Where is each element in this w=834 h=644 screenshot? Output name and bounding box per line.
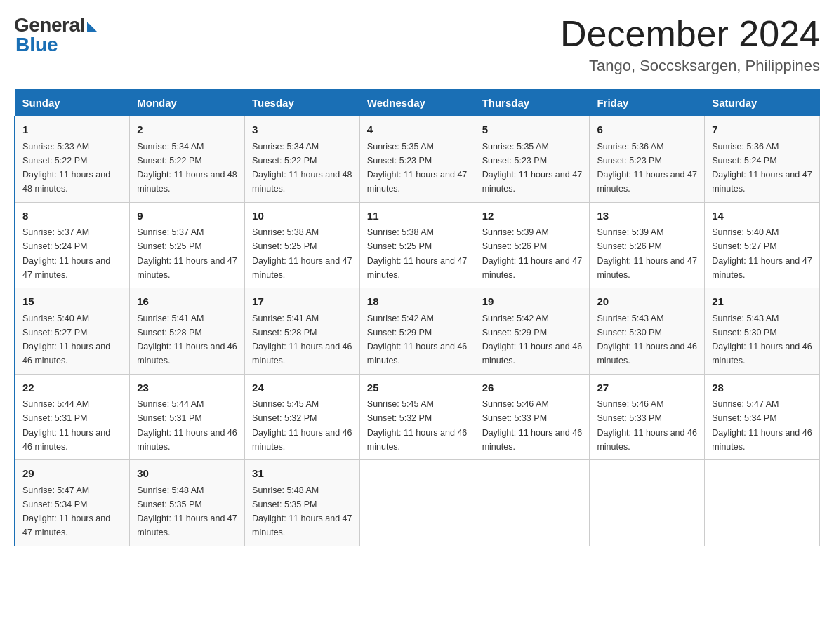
table-row: 18 Sunrise: 5:42 AMSunset: 5:29 PMDaylig… [359,288,475,375]
table-row: 3 Sunrise: 5:34 AMSunset: 5:22 PMDayligh… [245,116,360,203]
day-info: Sunrise: 5:41 AMSunset: 5:28 PMDaylight:… [137,314,237,366]
day-info: Sunrise: 5:39 AMSunset: 5:26 PMDaylight:… [482,227,582,280]
day-number: 27 [597,380,697,396]
day-info: Sunrise: 5:43 AMSunset: 5:30 PMDaylight:… [597,314,696,366]
table-row: 25 Sunrise: 5:45 AMSunset: 5:32 PMDaylig… [359,374,475,460]
header-row: Sunday Monday Tuesday Wednesday Thursday… [15,90,820,116]
day-info: Sunrise: 5:33 AMSunset: 5:22 PMDaylight:… [22,142,110,194]
calendar-row: 15 Sunrise: 5:40 AMSunset: 5:27 PMDaylig… [15,288,820,375]
table-row: 4 Sunrise: 5:35 AMSunset: 5:23 PMDayligh… [359,116,475,203]
table-row: 1 Sunrise: 5:33 AMSunset: 5:22 PMDayligh… [15,116,130,203]
table-row: 24 Sunrise: 5:45 AMSunset: 5:32 PMDaylig… [245,374,360,460]
logo: General Blue [14,14,97,56]
calendar-body: 1 Sunrise: 5:33 AMSunset: 5:22 PMDayligh… [15,116,820,546]
day-info: Sunrise: 5:40 AMSunset: 5:27 PMDaylight:… [22,314,110,366]
day-number: 24 [252,380,352,396]
day-number: 11 [367,208,468,224]
day-number: 26 [482,380,583,396]
day-info: Sunrise: 5:47 AMSunset: 5:34 PMDaylight:… [22,485,110,538]
table-row: 14 Sunrise: 5:40 AMSunset: 5:27 PMDaylig… [705,202,820,288]
day-info: Sunrise: 5:38 AMSunset: 5:25 PMDaylight:… [367,227,467,280]
table-row: 31 Sunrise: 5:48 AMSunset: 5:35 PMDaylig… [245,460,360,546]
table-row: 29 Sunrise: 5:47 AMSunset: 5:34 PMDaylig… [15,460,130,546]
col-thursday: Thursday [475,90,590,116]
day-number: 20 [597,294,697,310]
day-number: 4 [367,122,468,138]
day-info: Sunrise: 5:48 AMSunset: 5:35 PMDaylight:… [252,485,352,538]
table-row: 21 Sunrise: 5:43 AMSunset: 5:30 PMDaylig… [705,288,820,375]
table-row: 23 Sunrise: 5:44 AMSunset: 5:31 PMDaylig… [130,374,245,460]
day-number: 31 [252,466,352,482]
col-sunday: Sunday [15,90,130,116]
day-info: Sunrise: 5:35 AMSunset: 5:23 PMDaylight:… [367,142,467,194]
day-info: Sunrise: 5:34 AMSunset: 5:22 PMDaylight:… [137,142,237,194]
table-row: 28 Sunrise: 5:47 AMSunset: 5:34 PMDaylig… [705,374,820,460]
day-number: 2 [137,122,237,138]
table-row: 10 Sunrise: 5:38 AMSunset: 5:25 PMDaylig… [245,202,360,288]
col-friday: Friday [590,90,705,116]
table-row: 7 Sunrise: 5:36 AMSunset: 5:24 PMDayligh… [705,116,820,203]
day-info: Sunrise: 5:39 AMSunset: 5:26 PMDaylight:… [597,227,696,280]
table-row: 2 Sunrise: 5:34 AMSunset: 5:22 PMDayligh… [130,116,245,203]
day-info: Sunrise: 5:43 AMSunset: 5:30 PMDaylight:… [712,314,812,366]
table-row: 12 Sunrise: 5:39 AMSunset: 5:26 PMDaylig… [475,202,590,288]
day-number: 28 [712,380,812,396]
day-number: 22 [22,380,122,396]
day-number: 18 [367,294,468,310]
calendar-row: 8 Sunrise: 5:37 AMSunset: 5:24 PMDayligh… [15,202,820,288]
table-row [705,460,820,546]
day-info: Sunrise: 5:44 AMSunset: 5:31 PMDaylight:… [137,399,237,452]
table-row: 8 Sunrise: 5:37 AMSunset: 5:24 PMDayligh… [15,202,130,288]
table-row: 17 Sunrise: 5:41 AMSunset: 5:28 PMDaylig… [245,288,360,375]
day-number: 3 [252,122,352,138]
logo-arrow-icon [87,22,97,32]
table-row: 13 Sunrise: 5:39 AMSunset: 5:26 PMDaylig… [590,202,705,288]
table-row [359,460,475,546]
day-number: 10 [252,208,352,224]
day-info: Sunrise: 5:34 AMSunset: 5:22 PMDaylight:… [252,142,352,194]
day-number: 29 [22,466,122,482]
day-number: 13 [597,208,697,224]
day-info: Sunrise: 5:35 AMSunset: 5:23 PMDaylight:… [482,142,582,194]
day-number: 30 [137,466,237,482]
calendar-row: 22 Sunrise: 5:44 AMSunset: 5:31 PMDaylig… [15,374,820,460]
day-info: Sunrise: 5:44 AMSunset: 5:31 PMDaylight:… [22,399,110,452]
day-number: 7 [712,122,812,138]
col-wednesday: Wednesday [359,90,475,116]
table-row: 22 Sunrise: 5:44 AMSunset: 5:31 PMDaylig… [15,374,130,460]
table-row: 19 Sunrise: 5:42 AMSunset: 5:29 PMDaylig… [475,288,590,375]
table-row: 5 Sunrise: 5:35 AMSunset: 5:23 PMDayligh… [475,116,590,203]
day-number: 16 [137,294,237,310]
title-block: December 2024 Tango, Soccsksargen, Phili… [560,14,820,75]
col-saturday: Saturday [705,90,820,116]
table-row: 26 Sunrise: 5:46 AMSunset: 5:33 PMDaylig… [475,374,590,460]
day-info: Sunrise: 5:37 AMSunset: 5:25 PMDaylight:… [137,227,237,280]
day-info: Sunrise: 5:38 AMSunset: 5:25 PMDaylight:… [252,227,352,280]
col-tuesday: Tuesday [245,90,360,116]
day-info: Sunrise: 5:36 AMSunset: 5:24 PMDaylight:… [712,142,812,194]
calendar-table: Sunday Monday Tuesday Wednesday Thursday… [14,89,820,546]
day-info: Sunrise: 5:41 AMSunset: 5:28 PMDaylight:… [252,314,352,366]
day-number: 5 [482,122,583,138]
month-title: December 2024 [560,14,820,54]
table-row: 6 Sunrise: 5:36 AMSunset: 5:23 PMDayligh… [590,116,705,203]
table-row: 11 Sunrise: 5:38 AMSunset: 5:25 PMDaylig… [359,202,475,288]
table-row: 27 Sunrise: 5:46 AMSunset: 5:33 PMDaylig… [590,374,705,460]
day-info: Sunrise: 5:40 AMSunset: 5:27 PMDaylight:… [712,227,812,280]
day-number: 25 [367,380,468,396]
day-number: 23 [137,380,237,396]
day-info: Sunrise: 5:42 AMSunset: 5:29 PMDaylight:… [482,314,582,366]
day-number: 19 [482,294,583,310]
day-number: 1 [22,122,122,138]
table-row: 20 Sunrise: 5:43 AMSunset: 5:30 PMDaylig… [590,288,705,375]
header: General Blue December 2024 Tango, Soccsk… [14,14,820,75]
table-row [475,460,590,546]
table-row: 16 Sunrise: 5:41 AMSunset: 5:28 PMDaylig… [130,288,245,375]
day-number: 21 [712,294,812,310]
day-info: Sunrise: 5:45 AMSunset: 5:32 PMDaylight:… [367,399,467,452]
day-info: Sunrise: 5:46 AMSunset: 5:33 PMDaylight:… [597,399,696,452]
table-row: 30 Sunrise: 5:48 AMSunset: 5:35 PMDaylig… [130,460,245,546]
day-info: Sunrise: 5:36 AMSunset: 5:23 PMDaylight:… [597,142,696,194]
table-row: 15 Sunrise: 5:40 AMSunset: 5:27 PMDaylig… [15,288,130,375]
calendar-header: Sunday Monday Tuesday Wednesday Thursday… [15,90,820,116]
